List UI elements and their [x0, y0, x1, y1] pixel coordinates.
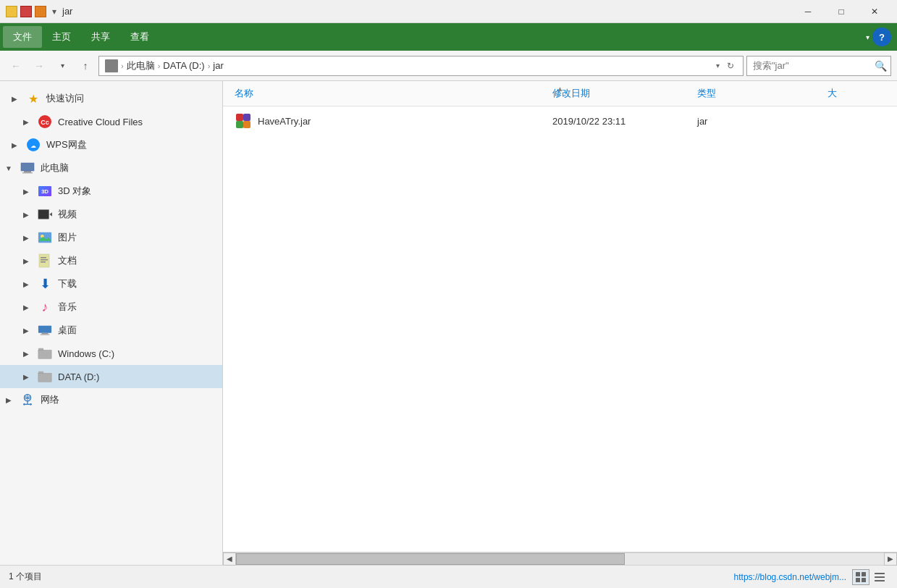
picture-expand[interactable]: ▶	[20, 232, 32, 243]
minimize-button[interactable]: ─	[791, 0, 825, 23]
file-date: 2019/10/22 23:11	[552, 116, 697, 127]
horizontal-scrollbar[interactable]: ◀ ▶	[223, 552, 897, 565]
title-bar-icons	[6, 6, 46, 17]
path-refresh-btn[interactable]: ↻	[724, 61, 737, 71]
scroll-left-btn[interactable]: ◀	[223, 553, 236, 566]
file-name: HaveATry.jar	[258, 116, 552, 127]
video-label: 视频	[58, 208, 77, 221]
sidebar-item-wps[interactable]: ▶ ☁ WPS网盘	[0, 133, 222, 156]
window-title: jar	[62, 6, 72, 17]
status-bar: 1 个项目 https://blog.csdn.net/webjm...	[0, 565, 897, 588]
wps-expand[interactable]: ▶	[9, 139, 20, 151]
search-input[interactable]	[753, 60, 875, 71]
video-expand[interactable]: ▶	[20, 209, 32, 220]
sidebar-item-d[interactable]: ▶ DATA (D:)	[0, 365, 222, 388]
svg-rect-45	[862, 578, 866, 582]
file-type: jar	[697, 116, 827, 127]
col-header-date[interactable]: 修改日期	[552, 84, 697, 103]
forward-button[interactable]: →	[29, 56, 49, 76]
svg-rect-18	[41, 257, 46, 259]
scroll-track[interactable]	[236, 553, 884, 566]
sidebar-item-video[interactable]: ▶ 视频	[0, 203, 222, 226]
help-button[interactable]: ?	[872, 28, 891, 46]
download-icon: ⬇	[38, 277, 52, 291]
menu-file[interactable]: 文件	[3, 26, 42, 48]
search-icon[interactable]: 🔍	[875, 60, 887, 72]
doc-expand[interactable]: ▶	[20, 255, 32, 266]
address-path[interactable]: › 此电脑 › DATA (D:) › jar ▾ ↻	[98, 56, 744, 76]
desktop-label: 桌面	[58, 324, 77, 337]
sidebar-item-doc[interactable]: ▶ 文档	[0, 249, 222, 272]
desktop-expand[interactable]: ▶	[20, 324, 32, 336]
drive-d-icon	[38, 369, 52, 384]
sidebar-item-3d[interactable]: ▶ 3D 3D 对象	[0, 180, 222, 203]
menu-share[interactable]: 共享	[81, 26, 120, 48]
quick-access-label: 快速访问	[46, 92, 84, 105]
up-button[interactable]: ↑	[75, 56, 96, 76]
sidebar: ▶ ★ 快速访问 ▶ Cc Creative Cloud Files ▶	[0, 81, 223, 565]
search-box[interactable]: 🔍	[746, 56, 891, 76]
address-bar: ← → ▾ ↑ › 此电脑 › DATA (D:) › jar ▾ ↻ 🔍	[0, 51, 897, 81]
sidebar-item-network[interactable]: ▶ 网络	[0, 388, 222, 411]
svg-rect-25	[38, 348, 43, 352]
maximize-button[interactable]: □	[825, 0, 858, 23]
download-expand[interactable]: ▶	[20, 278, 32, 290]
desktop-icon	[38, 323, 52, 337]
col-header-name[interactable]: 名称	[235, 84, 552, 103]
col-header-size[interactable]: 大	[827, 84, 885, 103]
svg-rect-6	[24, 171, 31, 172]
menu-view[interactable]: 查看	[120, 26, 159, 48]
svg-rect-19	[41, 259, 48, 261]
menu-dropdown-arrow[interactable]: ▾	[866, 33, 869, 41]
sidebar-item-picture[interactable]: ▶ 图片	[0, 226, 222, 249]
scroll-right-btn[interactable]: ▶	[884, 553, 897, 566]
history-dropdown[interactable]: ▾	[52, 56, 72, 76]
table-row[interactable]: HaveATry.jar 2019/10/22 23:11 jar	[223, 109, 897, 133]
quick-access-expand[interactable]: ▶	[9, 93, 20, 104]
sidebar-item-download[interactable]: ▶ ⬇ 下载	[0, 272, 222, 295]
back-button[interactable]: ←	[6, 56, 26, 76]
network-expand[interactable]: ▶	[3, 394, 14, 406]
path-folder[interactable]: jar	[213, 60, 223, 71]
music-expand[interactable]: ▶	[20, 301, 32, 313]
music-label: 音乐	[58, 301, 77, 314]
d-expand[interactable]: ▶	[20, 371, 32, 382]
sidebar-item-c[interactable]: ▶ Windows (C:)	[0, 342, 222, 365]
3d-label: 3D 对象	[58, 185, 91, 198]
sidebar-item-creative-cloud[interactable]: ▶ Cc Creative Cloud Files	[0, 110, 222, 133]
path-drive[interactable]: DATA (D:)	[163, 60, 204, 71]
scroll-thumb[interactable]	[236, 553, 625, 565]
col-header-type[interactable]: 类型	[697, 84, 827, 103]
sidebar-item-quick-access[interactable]: ▶ ★ 快速访问	[0, 87, 222, 110]
view-grid-button[interactable]	[852, 569, 869, 585]
sidebar-item-desktop[interactable]: ▶ 桌面	[0, 319, 222, 342]
network-label: 网络	[41, 393, 59, 406]
menu-home[interactable]: 主页	[42, 26, 81, 48]
svg-rect-48	[875, 580, 885, 581]
toolbar-icon-3	[35, 6, 46, 17]
c-expand[interactable]: ▶	[20, 348, 32, 359]
path-this-pc[interactable]: 此电脑	[127, 59, 155, 72]
this-pc-expand[interactable]: ▼	[3, 162, 14, 174]
svg-text:☁: ☁	[30, 143, 36, 149]
svg-rect-39	[243, 114, 250, 121]
this-pc-label: 此电脑	[41, 161, 69, 175]
svg-marker-12	[49, 212, 52, 216]
view-list-button[interactable]	[871, 569, 888, 585]
sidebar-item-this-pc[interactable]: ▼ 此电脑	[0, 156, 222, 180]
sidebar-item-music[interactable]: ▶ ♪ 音乐	[0, 295, 222, 319]
close-button[interactable]: ✕	[858, 0, 891, 23]
drive-c-icon	[38, 346, 52, 361]
3d-expand[interactable]: ▶	[20, 185, 32, 197]
svg-rect-47	[875, 576, 885, 578]
svg-rect-43	[862, 572, 866, 576]
svg-rect-40	[236, 121, 243, 128]
creative-cloud-expand[interactable]: ▶	[20, 116, 32, 127]
svg-point-36	[30, 403, 32, 406]
jar-file-icon	[235, 112, 252, 130]
svg-rect-16	[39, 254, 49, 267]
column-headers: ▲ 名称 修改日期 类型 大	[223, 81, 897, 106]
network-icon	[20, 392, 35, 407]
path-dropdown-btn[interactable]: ▾	[715, 62, 721, 70]
svg-rect-20	[41, 261, 46, 263]
